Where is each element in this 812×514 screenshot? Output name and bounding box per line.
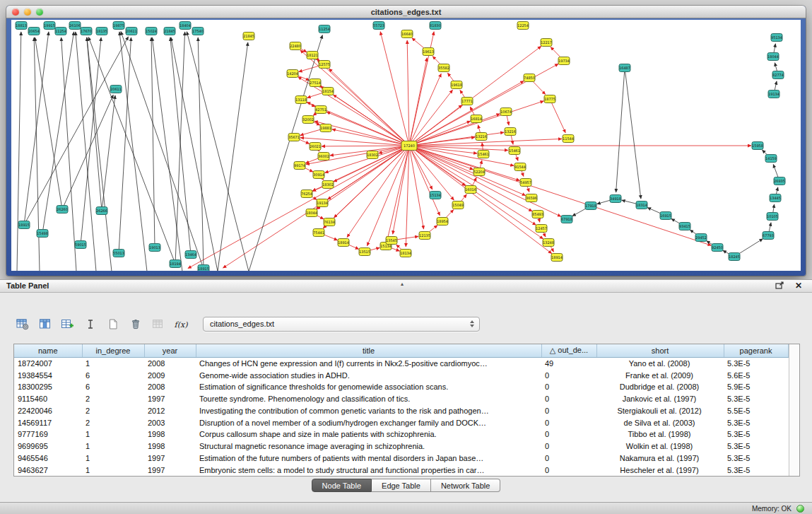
edit-columns-icon[interactable]	[59, 316, 76, 332]
graph-node[interactable]: 36596	[526, 194, 537, 202]
graph-node[interactable]: 13464	[185, 251, 196, 259]
graph-node[interactable]: 10105	[767, 213, 778, 221]
graph-node[interactable]: 35671	[288, 134, 300, 141]
table-cell[interactable]: Dudbridge et al. (2008)	[596, 381, 724, 393]
table-cell[interactable]: 5.3E-5	[724, 440, 788, 452]
graph-node[interactable]: 12575	[319, 61, 330, 69]
table-cell[interactable]: 6	[82, 381, 144, 393]
table-cell[interactable]: 5.3E-5	[724, 452, 788, 464]
panel-splitter-handle[interactable]: ▴	[397, 281, 407, 288]
function-builder-icon[interactable]: f(x)	[172, 316, 189, 332]
table-source-select[interactable]: citations_edges.txt	[203, 317, 480, 332]
graph-node[interactable]: 11254	[319, 25, 330, 33]
table-cell[interactable]: Tibbo et al. (1998)	[596, 428, 724, 440]
table-cell[interactable]: 9465546	[14, 452, 82, 464]
graph-node[interactable]: 19875	[113, 22, 124, 30]
tab-network-table[interactable]: Network Table	[431, 479, 501, 492]
graph-node[interactable]: 18915	[198, 265, 209, 271]
table-cell[interactable]: Corpus callosum shape and size in male p…	[196, 428, 541, 440]
graph-node[interactable]: 16814	[471, 115, 482, 123]
graph-node[interactable]: 18915	[18, 221, 30, 229]
graph-node[interactable]: 18134	[400, 250, 411, 257]
graph-node[interactable]: 76134	[324, 218, 335, 226]
graph-node[interactable]: 11254	[55, 28, 66, 35]
table-cell[interactable]: 0	[541, 369, 596, 381]
graph-node[interactable]: 18314	[636, 201, 647, 209]
graph-node[interactable]: 67793	[763, 232, 774, 240]
graph-node[interactable]: 13545	[386, 237, 397, 245]
window-titlebar[interactable]: citations_edges.txt	[6, 6, 806, 18]
graph-node[interactable]: 19613	[423, 48, 434, 56]
graph-node[interactable]: 99174	[294, 162, 305, 170]
network-canvas[interactable]: 1881320654199151125426106176701813519875…	[11, 20, 801, 271]
graph-node[interactable]: 11544	[563, 135, 574, 143]
table-cell[interactable]: 2008	[144, 381, 196, 393]
graph-node[interactable]: 18154	[322, 88, 334, 95]
graph-node[interactable]: 13248	[543, 239, 554, 247]
graph-node[interactable]: 76254	[301, 190, 312, 198]
table-cell[interactable]: 2	[82, 416, 144, 428]
graph-node[interactable]: 15461	[509, 147, 520, 155]
graph-node[interactable]: 18121	[307, 52, 318, 59]
graph-node[interactable]: 16915	[660, 212, 671, 220]
table-cell[interactable]: 2012	[144, 404, 196, 416]
table-cell[interactable]: 2	[82, 404, 144, 416]
table-cell[interactable]: 5.3E-5	[724, 428, 788, 440]
table-cell[interactable]: Nakamura et al. (1997)	[596, 452, 724, 464]
graph-node[interactable]: 13445	[770, 194, 781, 202]
table-cell[interactable]: Tourette syndrome. Phenomenology and cla…	[196, 393, 541, 405]
graph-node[interactable]: 18044	[306, 209, 317, 217]
graph-node[interactable]: 19881	[320, 124, 331, 132]
graph-node[interactable]: 18135	[96, 28, 107, 35]
graph-node[interactable]: 18813	[16, 22, 27, 30]
graph-node[interactable]: 18245	[729, 253, 740, 261]
graph-node[interactable]: 95134	[771, 34, 782, 42]
graph-node[interactable]: 22480	[290, 42, 301, 50]
graph-node[interactable]: 55013	[113, 250, 124, 257]
graph-node[interactable]: 54957	[520, 179, 531, 187]
graph-node[interactable]: 21845	[164, 28, 175, 35]
graph-node[interactable]: 27514	[310, 79, 321, 87]
graph-node[interactable]: 67918	[561, 216, 572, 223]
table-cell[interactable]: de Silva et al. (2003)	[596, 416, 724, 428]
graph-node[interactable]: 14159	[765, 155, 777, 163]
graph-node[interactable]: 15958	[752, 142, 763, 150]
column-header-title[interactable]: title	[196, 344, 541, 357]
tab-edge-table[interactable]: Edge Table	[372, 479, 431, 492]
zoom-button[interactable]	[36, 8, 43, 16]
table-cell[interactable]: 9115460	[14, 393, 82, 405]
graph-node[interactable]: 19013	[149, 244, 160, 252]
table-cell[interactable]: Wolkin et al. (1998)	[596, 440, 724, 452]
table-cell[interactable]: Franke et al. (2009)	[596, 369, 724, 381]
table-cell[interactable]: Estimation of the future numbers of pati…	[196, 452, 541, 464]
table-cell[interactable]: 9777169	[14, 428, 82, 440]
graph-node[interactable]: 15024	[146, 28, 157, 35]
graph-node[interactable]: 12217	[541, 39, 552, 47]
graph-node[interactable]: 17540	[192, 28, 204, 35]
graph-node[interactable]: 26106	[69, 22, 81, 30]
graph-node[interactable]: 17918	[585, 202, 596, 210]
graph-node[interactable]: 21845	[243, 33, 254, 40]
graph-node[interactable]: 19734	[558, 57, 570, 65]
graph-node[interactable]: 20611	[110, 86, 122, 93]
close-button[interactable]	[12, 8, 19, 16]
table-cell[interactable]: 5.3E-5	[724, 464, 788, 476]
float-panel-icon[interactable]	[775, 281, 784, 291]
graph-node[interactable]: 12457	[536, 225, 547, 233]
column-header-pagerank[interactable]: pagerank	[724, 344, 788, 357]
graph-node[interactable]: 15461	[478, 151, 489, 158]
graph-node[interactable]: 18775	[544, 95, 555, 103]
table-cell[interactable]: 2	[82, 393, 144, 405]
table-cell[interactable]: 19384554	[14, 369, 82, 381]
minimize-button[interactable]	[24, 8, 31, 16]
graph-node[interactable]: 16016	[465, 186, 476, 194]
graph-node[interactable]: 10674	[500, 108, 512, 116]
column-header-name[interactable]: name	[14, 344, 82, 357]
graph-node[interactable]: 82774	[772, 71, 784, 79]
graph-node[interactable]: 20611	[126, 28, 137, 35]
table-cell[interactable]: 0	[541, 393, 596, 405]
graph-node[interactable]: 75441	[313, 229, 324, 237]
network-graph[interactable]: 1881320654199151125426106176701813519875…	[11, 20, 801, 271]
table-cell[interactable]: 5.6E-5	[724, 369, 788, 381]
graph-node[interactable]: 15498	[37, 230, 48, 238]
